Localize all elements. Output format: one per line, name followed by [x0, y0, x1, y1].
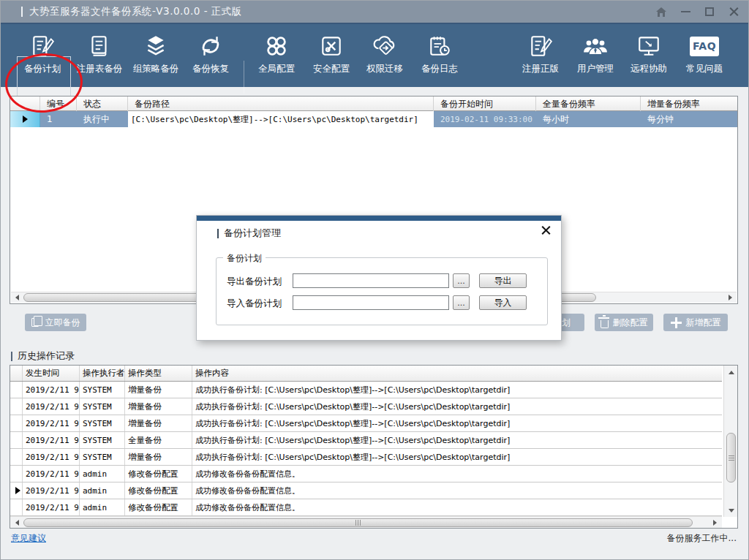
maximize-button[interactable]: [704, 6, 715, 18]
backup-plan-manage-dialog: 备份计划管理 备份计划 导出备份计划 ... 导出 导入备份计划 ... 导入: [196, 215, 562, 341]
backup-plan-icon: [30, 30, 55, 62]
history-hscrollbar[interactable]: [10, 516, 722, 528]
title-accent-bar: [21, 7, 23, 17]
delete-config-button[interactable]: 删除配置: [595, 314, 653, 331]
scroll-left-icon[interactable]: [12, 518, 23, 528]
history-section-label: 历史操作记录: [11, 349, 75, 363]
history-header-content[interactable]: 操作内容: [192, 366, 721, 381]
backup-log-icon: [426, 30, 453, 62]
history-vscrollbar[interactable]: [723, 366, 737, 517]
backup-plan-table-header: 编号 状态 备份路径 备份开始时间 全量备份频率 增量备份频率: [10, 97, 737, 111]
column-header-start[interactable]: 备份开始时间: [434, 97, 536, 111]
close-icon: [729, 7, 739, 17]
toolbar-item-faq[interactable]: FAQ 常见问题: [678, 30, 731, 84]
window-controls: [655, 1, 739, 23]
toolbar-item-register-genuine[interactable]: 注册正版: [514, 30, 567, 84]
toolbar-label: 备份恢复: [192, 63, 229, 75]
export-plan-input[interactable]: [293, 273, 449, 288]
minimize-button[interactable]: [680, 6, 691, 18]
history-header-time[interactable]: 发生时间: [23, 366, 80, 381]
export-plan-label: 导出备份计划: [227, 276, 282, 288]
maximize-icon: [705, 7, 714, 16]
global-config-icon: [264, 30, 289, 62]
import-browse-button[interactable]: ...: [453, 295, 470, 310]
toolbar-item-group-policy-backup[interactable]: 组策略备份: [129, 30, 182, 84]
history-table: 发生时间 操作执行者 操作类型 操作内容 2019/2/11 9:36 SYST…: [10, 365, 738, 529]
vscroll-thumb[interactable]: [726, 433, 736, 483]
toolbar-item-backup-restore[interactable]: 备份恢复: [184, 30, 237, 84]
plus-icon: [671, 317, 682, 328]
import-button[interactable]: 导入: [479, 295, 527, 310]
scroll-left-icon[interactable]: [12, 292, 23, 303]
history-row[interactable]: 2019/2/11 9:32 admin 修改备份配置 成功修改备份备份配置信息…: [10, 466, 722, 483]
home-icon[interactable]: [655, 6, 667, 18]
dialog-close-icon[interactable]: [541, 225, 551, 235]
cell-full-freq: 每小时: [536, 111, 641, 127]
scroll-right-icon[interactable]: [725, 292, 736, 303]
column-header-selector: [10, 97, 40, 111]
cell-path[interactable]: [C:\Users\pc\Desktop\整理]-->[C:\Users\pc\…: [128, 111, 434, 127]
toolbar-item-backup-plan[interactable]: 备份计划: [16, 30, 69, 84]
toolbar-label: 全局配置: [258, 63, 295, 75]
history-row[interactable]: 2019/2/11 9:27 admin 修改备份配置 成功修改备份备份配置信息…: [10, 499, 722, 516]
toolbar-item-global-config[interactable]: 全局配置: [250, 30, 303, 84]
history-row[interactable]: 2019/2/11 9:35 SYSTEM 增量备份 成功执行备份计划: [C:…: [10, 398, 722, 415]
scroll-down-icon[interactable]: [726, 505, 737, 515]
toolbar-item-user-management[interactable]: 用户管理: [569, 30, 622, 84]
user-management-icon: [582, 30, 609, 62]
toolbar-item-backup-log[interactable]: 备份日志: [413, 30, 466, 84]
add-config-button[interactable]: 新增配置: [663, 314, 728, 331]
toolbar-item-permission-migration[interactable]: 权限迁移: [358, 30, 411, 84]
remote-assist-icon: [636, 30, 662, 62]
backup-plan-groupbox: [216, 257, 548, 325]
feedback-link[interactable]: 意见建议: [11, 532, 46, 545]
backup-plan-row[interactable]: 1 执行中 [C:\Users\pc\Desktop\整理]-->[C:\Use…: [10, 111, 737, 127]
history-row-current[interactable]: 2019/2/11 9:30 admin 修改备份配置 成功修改备份备份配置信息…: [10, 483, 722, 499]
toolbar-label: 组策略备份: [133, 63, 179, 75]
history-row[interactable]: 2019/2/11 9:36 SYSTEM 增量备份 成功执行备份计划: [C:…: [10, 382, 722, 398]
export-button[interactable]: 导出: [479, 273, 527, 288]
toolbar-item-registry-backup[interactable]: 注册表备份: [73, 30, 126, 84]
import-plan-input[interactable]: [293, 295, 449, 310]
export-browse-button[interactable]: ...: [453, 273, 470, 288]
column-header-path[interactable]: 备份路径: [128, 97, 434, 111]
import-plan-label: 导入备份计划: [227, 298, 282, 310]
history-header-actor[interactable]: 操作执行者: [80, 366, 125, 381]
toolbar-label: 注册表备份: [77, 63, 123, 75]
history-row[interactable]: 2019/2/11 9:33 SYSTEM 增量备份 成功执行备份计划: [C:…: [10, 449, 722, 466]
history-header-type[interactable]: 操作类型: [125, 366, 192, 381]
backup-restore-icon: [197, 30, 224, 62]
history-header-selector: [10, 366, 23, 381]
app-window: 大势至服务器文件备份系统-V3.0.0.0 - 正式版 备份计划 注册表备份: [0, 0, 749, 560]
scroll-up-icon[interactable]: [726, 367, 737, 377]
close-button[interactable]: [728, 6, 739, 18]
toolbar-separator: [244, 61, 244, 94]
dialog-title-accent-bar: [217, 229, 219, 238]
groupbox-legend: 备份计划: [223, 252, 266, 265]
dialog-title: 备份计划管理: [217, 227, 281, 240]
column-header-full-freq[interactable]: 全量备份频率: [536, 97, 641, 111]
faq-icon: FAQ: [690, 30, 719, 62]
hscroll-thumb[interactable]: [23, 518, 693, 527]
toolbar-label: 用户管理: [577, 63, 614, 75]
toolbar: 备份计划 注册表备份 组策略备份 备份恢复 全局配置: [1, 23, 748, 87]
backup-now-icon: [31, 318, 39, 327]
history-row[interactable]: 2019/2/11 9:33 SYSTEM 全量备份 成功执行备份计划: [C:…: [10, 432, 722, 449]
toolbar-label: 注册正版: [522, 63, 559, 75]
backup-now-button[interactable]: 立即备份: [25, 314, 86, 331]
toolbar-item-remote-assist[interactable]: 远程协助: [622, 30, 675, 84]
cell-inc-freq: 每分钟: [641, 111, 737, 127]
column-header-status[interactable]: 状态: [77, 97, 128, 111]
scroll-right-icon[interactable]: [710, 518, 720, 528]
minimize-icon: [681, 11, 690, 12]
column-header-inc-freq[interactable]: 增量备份频率: [641, 97, 737, 111]
column-header-num[interactable]: 编号: [40, 97, 77, 111]
toolbar-item-security-config[interactable]: 安全配置: [305, 30, 358, 84]
trash-icon: [601, 320, 609, 328]
permission-migration-icon: [371, 30, 399, 62]
group-policy-backup-icon: [143, 30, 169, 62]
current-row-arrow-icon: [23, 116, 28, 123]
history-table-header: 发生时间 操作执行者 操作类型 操作内容: [10, 366, 722, 382]
history-row[interactable]: 2019/2/11 9:34 SYSTEM 增量备份 成功执行备份计划: [C:…: [10, 415, 722, 432]
window-title: 大势至服务器文件备份系统-V3.0.0.0 - 正式版: [29, 5, 242, 18]
